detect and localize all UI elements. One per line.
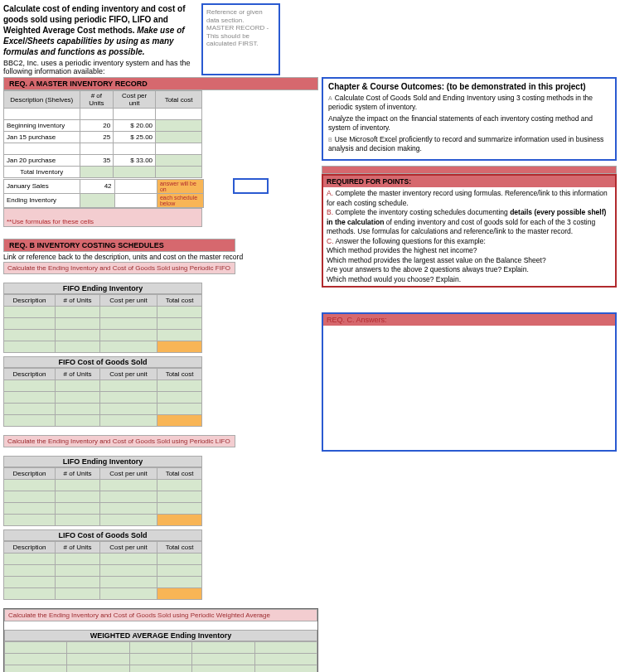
row-begin-cost[interactable]: $ 20.00 (114, 120, 156, 132)
reqpoints-q1: Which method provides the highest net in… (327, 246, 612, 255)
row-totinv-total[interactable] (156, 167, 202, 178)
row-totinv-cost[interactable] (114, 167, 156, 178)
row-jan15-total[interactable] (156, 132, 202, 143)
answers-box: REQ. C. Answers: (322, 312, 617, 452)
instructions-block: Calculate cost of ending inventory and c… (3, 3, 198, 75)
row-begin-total[interactable] (156, 120, 202, 132)
refbox-line2: MASTER RECORD - This should be calculate… (206, 24, 275, 48)
fifo-cogs-header: FIFO Cost of Goods Sold (3, 356, 202, 368)
reqpoints-a: Complete the master inventory record usi… (327, 189, 608, 206)
row-jan20-units[interactable]: 35 (80, 155, 114, 167)
row-endinv-desc: Ending Inventory (4, 193, 80, 207)
row-jansales-units[interactable]: 42 (80, 179, 114, 193)
col-total: Total cost (156, 91, 202, 109)
sales-table: January Sales 42 answer will be on Endin… (3, 178, 269, 208)
req-b-sub: Link or reference back to the descriptio… (3, 252, 318, 262)
reqpoints-q4: Which method would you choose? Explain. (327, 275, 612, 284)
required-for-points-box: REQUIRED FOR POINTS: A. Complete the mas… (322, 174, 617, 288)
row-totinv-desc: Total Inventory (4, 167, 80, 178)
row-jansales-desc: January Sales (4, 179, 80, 193)
outcomes-box: Chapter & Course Outcomes: (to be demons… (322, 77, 617, 161)
answers-header: REQ. C. Answers: (323, 314, 615, 326)
outcomes-p2: Analyze the impact on the financial stat… (328, 114, 610, 133)
reqpoints-q2: Which method provides the largest asset … (327, 256, 612, 265)
row-jan15-cost[interactable]: $ 25.00 (114, 132, 156, 143)
row-endinv-note: each schedule below (157, 193, 204, 207)
fifo-end-table: Description# of UnitsCost per unitTotal … (3, 294, 202, 353)
row-endinv-units[interactable] (80, 193, 114, 207)
reqpoints-q3: Are your answers to the above 2 question… (327, 265, 612, 274)
wavg-calc-header: Calculate the Ending Inventory and Cost … (4, 609, 317, 621)
lifo-cogs-header: LIFO Cost of Goods Sold (3, 529, 202, 541)
row-totinv-units[interactable] (80, 167, 114, 178)
lifo-calc-header: Calculate the Ending Inventory and Cost … (3, 435, 235, 447)
left-column: REQ. A MASTER INVENTORY RECORD Descripti… (3, 77, 318, 672)
row-jan15-desc: Jan 15 purchase (4, 132, 80, 143)
right-column: Chapter & Course Outcomes: (to be demons… (322, 77, 617, 672)
col-cost: Cost per unit (114, 91, 156, 109)
lifo-cogs-table: Description# of UnitsCost per unitTotal … (3, 541, 202, 600)
outcomes-p1: Calculate Cost of Goods Sold and Ending … (328, 94, 593, 111)
reqpoints-c: Answer the following questions for this … (335, 237, 485, 245)
row-jansales-note: answer will be on (157, 179, 204, 193)
row-jan20-cost[interactable]: $ 33.00 (114, 155, 156, 167)
instructions-sub: BBC2, Inc. uses a periodic inventory sys… (3, 59, 198, 75)
lifo-end-table: Description# of UnitsCost per unitTotal … (3, 467, 202, 526)
outcomes-p3: Use Microsoft Excel proficiently to reco… (328, 135, 603, 152)
answers-body[interactable] (323, 326, 615, 450)
master-inventory-table: Description (Shelves) # of Units Cost pe… (3, 90, 202, 178)
row-jan15-units[interactable]: 25 (80, 132, 114, 143)
fifo-cogs-table: Description# of UnitsCost per unitTotal … (3, 368, 202, 427)
req-b-header: REQ. B INVENTORY COSTING SCHEDULES (3, 239, 235, 252)
row-jan20-desc: Jan 20 purchase (4, 155, 80, 167)
fifo-calc-header: Calculate the Ending Inventory and Cost … (3, 262, 235, 274)
row-jan20-total[interactable] (156, 155, 202, 167)
refbox-line1: Reference or given data section. (206, 8, 275, 24)
col-desc: Description (Shelves) (4, 91, 80, 109)
fifo-end-header: FIFO Ending Inventory (3, 283, 202, 294)
outcomes-heading: Chapter & Course Outcomes: (to be demons… (328, 82, 610, 91)
row-begin-desc: Beginning inventory (4, 120, 80, 132)
req-a-header: REQ. A MASTER INVENTORY RECORD (3, 77, 318, 90)
reqpoints-header: REQUIRED FOR POINTS: (323, 176, 615, 187)
reference-box: Reference or given data section. MASTER … (201, 3, 280, 75)
col-units: # of Units (80, 91, 114, 109)
wavg-end-header: WEIGHTED AVERAGE Ending Inventory (4, 630, 317, 641)
blue-input-cell[interactable] (234, 179, 268, 193)
row-begin-units[interactable]: 20 (80, 120, 114, 132)
wavg-end-table (4, 641, 317, 673)
lifo-end-header: LIFO Ending Inventory (3, 456, 202, 467)
req-a-footnote: **Use formulas for these cells (4, 208, 202, 226)
red-divider (322, 166, 617, 174)
